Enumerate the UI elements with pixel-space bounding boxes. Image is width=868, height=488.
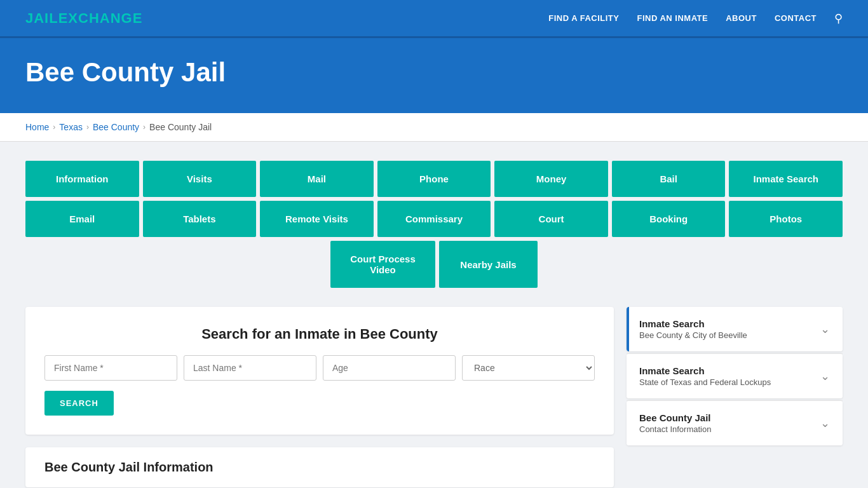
breadcrumb-bar: Home › Texas › Bee County › Bee County J… xyxy=(0,113,868,142)
logo-exchange: EXCHANGE xyxy=(58,10,143,26)
nav-find-facility[interactable]: FIND A FACILITY xyxy=(548,13,619,23)
btn-mail[interactable]: Mail xyxy=(260,161,374,197)
btn-booking[interactable]: Booking xyxy=(612,201,726,237)
sidebar: Inmate Search Bee County & City of Beevi… xyxy=(627,307,843,447)
sidebar-card-2-label: Inmate Search xyxy=(639,365,771,376)
search-form-row-1: Race White Black Hispanic Asian Other xyxy=(44,355,595,381)
main-nav: FIND A FACILITY FIND AN INMATE ABOUT CON… xyxy=(548,11,843,25)
info-title: Bee County Jail Information xyxy=(44,460,595,475)
sidebar-card-3: Bee County Jail Contact Information ⌄ xyxy=(627,401,843,445)
sidebar-card-1-header[interactable]: Inmate Search Bee County & City of Beevi… xyxy=(627,307,843,351)
grid-row-2: Email Tablets Remote Visits Commissary C… xyxy=(25,201,843,237)
chevron-down-icon-1: ⌄ xyxy=(820,322,830,336)
btn-email[interactable]: Email xyxy=(25,201,139,237)
grid-row-3: Court Process Video Nearby Jails xyxy=(25,241,843,288)
hero-section: Bee County Jail xyxy=(0,38,868,113)
btn-commissary[interactable]: Commissary xyxy=(377,201,491,237)
btn-court-process-video[interactable]: Court Process Video xyxy=(330,241,435,288)
inmate-search-section: Search for an Inmate in Bee County Race … xyxy=(25,307,614,435)
search-title: Search for an Inmate in Bee County xyxy=(44,326,595,342)
first-name-input[interactable] xyxy=(44,355,177,381)
btn-tablets[interactable]: Tablets xyxy=(143,201,257,237)
breadcrumb-home[interactable]: Home xyxy=(25,122,49,132)
sidebar-card-2-text: Inmate Search State of Texas and Federal… xyxy=(639,365,771,387)
nav-about[interactable]: ABOUT xyxy=(726,13,757,23)
btn-visits[interactable]: Visits xyxy=(143,161,257,197)
sidebar-card-1-sublabel: Bee County & City of Beeville xyxy=(639,330,747,340)
sidebar-card-3-text: Bee County Jail Contact Information xyxy=(639,412,711,434)
grid-row-1: Information Visits Mail Phone Money Bail… xyxy=(25,161,843,197)
btn-photos[interactable]: Photos xyxy=(729,201,843,237)
breadcrumb-sep-1: › xyxy=(53,123,55,132)
search-icon[interactable]: ⚲ xyxy=(834,11,843,25)
btn-money[interactable]: Money xyxy=(494,161,608,197)
sidebar-card-3-label: Bee County Jail xyxy=(639,412,711,423)
race-select[interactable]: Race White Black Hispanic Asian Other xyxy=(462,355,595,381)
left-column: Search for an Inmate in Bee County Race … xyxy=(25,307,614,487)
sidebar-card-1-text: Inmate Search Bee County & City of Beevi… xyxy=(639,318,747,340)
chevron-down-icon-3: ⌄ xyxy=(820,416,830,430)
nav-find-inmate[interactable]: FIND AN INMATE xyxy=(637,13,708,23)
breadcrumb-bee-county[interactable]: Bee County xyxy=(93,122,139,132)
btn-bail[interactable]: Bail xyxy=(612,161,726,197)
page-title: Bee County Jail xyxy=(25,57,843,88)
sidebar-card-3-sublabel: Contact Information xyxy=(639,424,711,434)
navigation-grid: Information Visits Mail Phone Money Bail… xyxy=(25,161,843,288)
nav-contact[interactable]: CONTACT xyxy=(775,13,817,23)
breadcrumb-sep-3: › xyxy=(143,123,146,132)
breadcrumb-texas[interactable]: Texas xyxy=(59,122,83,132)
sidebar-card-2: Inmate Search State of Texas and Federal… xyxy=(627,354,843,398)
main-area: Information Visits Mail Phone Money Bail… xyxy=(0,142,868,488)
sidebar-card-1-label: Inmate Search xyxy=(639,318,747,329)
btn-information[interactable]: Information xyxy=(25,161,139,197)
site-header: JAILEXCHANGE FIND A FACILITY FIND AN INM… xyxy=(0,0,868,38)
sidebar-card-3-header[interactable]: Bee County Jail Contact Information ⌄ xyxy=(627,401,843,445)
sidebar-card-1: Inmate Search Bee County & City of Beevi… xyxy=(627,307,843,351)
chevron-down-icon-2: ⌄ xyxy=(820,369,830,383)
btn-remote-visits[interactable]: Remote Visits xyxy=(260,201,374,237)
content-area: Search for an Inmate in Bee County Race … xyxy=(25,307,843,487)
sidebar-card-2-sublabel: State of Texas and Federal Lockups xyxy=(639,377,771,387)
search-button[interactable]: SEARCH xyxy=(44,391,114,416)
age-input[interactable] xyxy=(323,355,456,381)
site-logo[interactable]: JAILEXCHANGE xyxy=(25,10,142,27)
btn-inmate-search[interactable]: Inmate Search xyxy=(729,161,843,197)
breadcrumb-current: Bee County Jail xyxy=(149,122,212,132)
btn-court[interactable]: Court xyxy=(494,201,608,237)
breadcrumb-sep-2: › xyxy=(86,123,89,132)
btn-nearby-jails[interactable]: Nearby Jails xyxy=(439,241,538,288)
btn-phone[interactable]: Phone xyxy=(377,161,491,197)
breadcrumb: Home › Texas › Bee County › Bee County J… xyxy=(25,122,843,132)
info-section: Bee County Jail Information xyxy=(25,447,614,487)
last-name-input[interactable] xyxy=(184,355,316,381)
sidebar-card-2-header[interactable]: Inmate Search State of Texas and Federal… xyxy=(627,354,843,398)
logo-jail: JAIL xyxy=(25,10,58,26)
